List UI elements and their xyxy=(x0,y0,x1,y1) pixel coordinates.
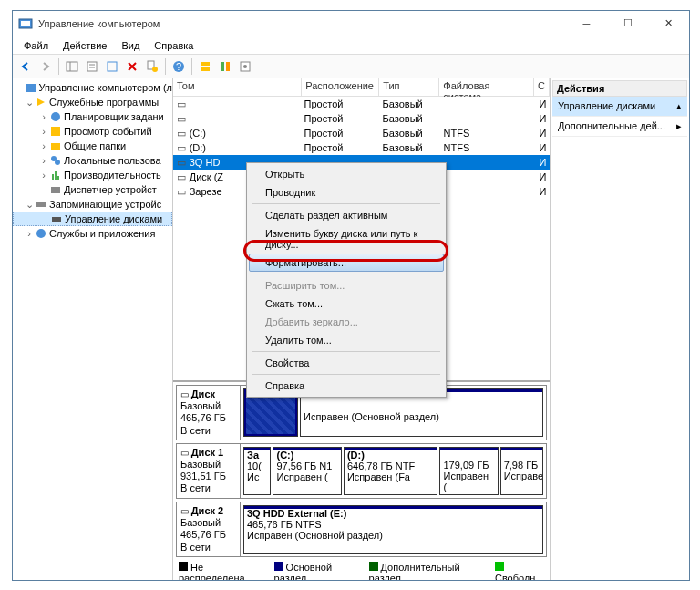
svg-rect-29 xyxy=(52,217,61,222)
delete-icon[interactable] xyxy=(123,57,141,76)
ctx-help[interactable]: Справка xyxy=(249,377,444,395)
refresh-icon[interactable] xyxy=(103,57,121,76)
view1-icon[interactable] xyxy=(196,57,214,76)
window-title: Управление компьютером xyxy=(38,18,566,29)
svg-rect-13 xyxy=(201,67,210,71)
tree-services-apps[interactable]: ›Службы и приложения xyxy=(13,226,172,241)
volume-row[interactable]: ▭(D:)ПростойБазовыйNTFSИ xyxy=(173,140,550,155)
disk-graphical-view[interactable]: ▭ ДискБазовый465,76 ГБВ сети Исправен (О… xyxy=(173,380,550,564)
ctx-delete[interactable]: Удалить том... xyxy=(249,331,444,349)
col-type[interactable]: Тип xyxy=(379,78,439,96)
svg-rect-18 xyxy=(26,84,36,92)
tree-item[interactable]: Диспетчер устройст xyxy=(13,182,172,197)
svg-point-19 xyxy=(51,112,60,121)
tree-item[interactable]: ›Общие папки xyxy=(13,139,172,153)
svg-rect-21 xyxy=(51,143,60,150)
svg-rect-28 xyxy=(36,202,46,207)
svg-rect-27 xyxy=(51,187,60,193)
svg-rect-15 xyxy=(226,62,230,71)
tree-disk-management[interactable]: Управление дисками xyxy=(13,212,172,226)
properties-icon[interactable] xyxy=(83,57,101,76)
disk-info: ▭ Диск 2Базовый465,76 ГБВ сети xyxy=(177,502,241,556)
col-fs[interactable]: Файловая система xyxy=(439,78,534,96)
settings-icon[interactable] xyxy=(236,57,254,76)
partition[interactable]: (D:)646,78 ГБ NTFИсправен (Fa xyxy=(344,447,438,495)
tree-item[interactable]: ›Просмотр событий xyxy=(13,124,172,139)
volume-row[interactable]: ▭(C:)ПростойБазовыйNTFSИ xyxy=(173,126,550,140)
svg-rect-4 xyxy=(88,62,97,71)
ctx-make-active[interactable]: Сделать раздел активным xyxy=(249,206,444,224)
toolbar: ? xyxy=(13,55,689,78)
ctx-open[interactable]: Открыть xyxy=(249,165,444,183)
svg-rect-14 xyxy=(221,62,224,71)
partition[interactable]: 7,98 ГБИсправе xyxy=(500,447,543,495)
actions-disk-mgmt[interactable]: Управление дисками▴ xyxy=(552,97,687,117)
partition[interactable]: (C:)97,56 ГБ N1Исправен ( xyxy=(273,447,341,495)
app-icon xyxy=(18,16,33,31)
back-button[interactable] xyxy=(16,57,35,76)
ctx-shrink[interactable]: Сжать том... xyxy=(249,295,444,313)
svg-rect-1 xyxy=(21,21,30,26)
ctx-change-letter[interactable]: Изменить букву диска или путь к диску... xyxy=(249,224,444,254)
svg-text:?: ? xyxy=(176,61,181,72)
volume-list-header[interactable]: Том Расположение Тип Файловая система С xyxy=(173,78,550,97)
svg-point-9 xyxy=(152,67,158,72)
ctx-properties[interactable]: Свойства xyxy=(249,354,444,372)
tree-storage-group[interactable]: ⌄Запоминающие устройс xyxy=(13,197,172,212)
svg-rect-20 xyxy=(51,127,60,136)
disk-row[interactable]: ▭ Диск 1Базовый931,51 ГБВ сети За10(Ис (… xyxy=(176,443,547,499)
tree-item[interactable]: ›Производительность xyxy=(13,168,172,182)
col-volume[interactable]: Том xyxy=(173,78,302,96)
svg-rect-26 xyxy=(57,176,59,180)
svg-rect-25 xyxy=(55,171,57,180)
partition[interactable]: 3Q HDD External (E:)465,76 ГБ NTFSИсправ… xyxy=(243,505,543,554)
close-button[interactable]: ✕ xyxy=(648,11,689,36)
partition[interactable]: 179,09 ГБИсправен ( xyxy=(439,447,498,495)
actions-more[interactable]: Дополнительные дей...▸ xyxy=(552,117,687,137)
actions-header: Действия xyxy=(552,80,687,97)
tree-root[interactable]: Управление компьютером (л xyxy=(13,80,172,95)
show-hide-tree-icon[interactable] xyxy=(63,57,81,76)
menu-file[interactable]: Файл xyxy=(16,38,56,53)
menu-action[interactable]: Действие xyxy=(56,38,114,53)
menubar: Файл Действие Вид Справка xyxy=(13,36,689,55)
svg-point-30 xyxy=(36,229,46,238)
properties2-icon[interactable] xyxy=(143,57,161,76)
svg-point-17 xyxy=(243,65,247,68)
volume-row[interactable]: ▭ПростойБазовыйИ xyxy=(173,111,550,126)
maximize-button[interactable]: ☐ xyxy=(607,11,648,36)
ctx-mirror: Добавить зеркало... xyxy=(249,313,444,331)
disk-row[interactable]: ▭ Диск 2Базовый465,76 ГБВ сети 3Q HDD Ex… xyxy=(176,502,547,557)
ctx-extend: Расширить том... xyxy=(249,276,444,295)
svg-rect-2 xyxy=(67,62,77,71)
menu-help[interactable]: Справка xyxy=(147,38,201,53)
disk-info: ▭ ДискБазовый465,76 ГБВ сети xyxy=(177,386,241,440)
menu-view[interactable]: Вид xyxy=(114,38,147,53)
disk-info: ▭ Диск 1Базовый931,51 ГБВ сети xyxy=(177,444,241,498)
volume-row[interactable]: ▭ПростойБазовыйИ xyxy=(173,97,550,111)
actions-pane: Действия Управление дисками▴ Дополнитель… xyxy=(551,78,689,580)
tree-item[interactable]: ›Планировщик задани xyxy=(13,109,172,124)
collapse-icon[interactable]: ▴ xyxy=(676,100,682,112)
navigation-tree[interactable]: Управление компьютером (л ⌄Служебные про… xyxy=(13,78,173,580)
svg-rect-12 xyxy=(201,62,210,66)
col-status[interactable]: С xyxy=(534,78,550,96)
minimize-button[interactable]: ─ xyxy=(566,11,607,36)
forward-button[interactable] xyxy=(36,57,55,76)
partition[interactable]: За10(Ис xyxy=(243,447,271,495)
ctx-format[interactable]: Форматировать... xyxy=(249,254,444,272)
titlebar[interactable]: Управление компьютером ─ ☐ ✕ xyxy=(13,11,689,36)
col-layout[interactable]: Расположение xyxy=(302,78,379,96)
tree-services-group[interactable]: ⌄Служебные программы xyxy=(13,95,172,109)
tree-item[interactable]: ›Локальные пользова xyxy=(13,153,172,168)
svg-rect-7 xyxy=(108,62,117,71)
svg-rect-24 xyxy=(52,174,54,180)
svg-point-23 xyxy=(55,160,60,165)
expand-icon[interactable]: ▸ xyxy=(676,120,682,132)
context-menu: Открыть Проводник Сделать раздел активны… xyxy=(246,162,447,398)
legend: Не распределена Основной раздел Дополнит… xyxy=(173,564,550,580)
ctx-explorer[interactable]: Проводник xyxy=(249,183,444,202)
view2-icon[interactable] xyxy=(216,57,234,76)
help-icon[interactable]: ? xyxy=(170,57,188,76)
